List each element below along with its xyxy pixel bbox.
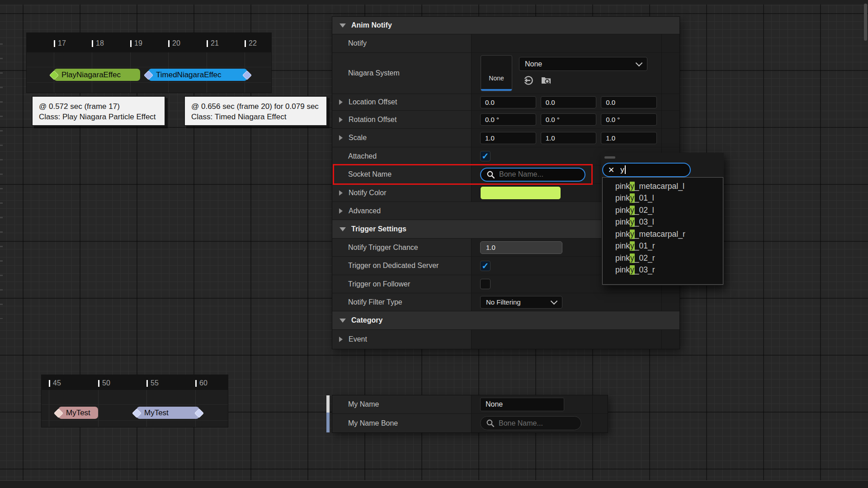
rotation-offset-pitch-input[interactable]: 0.0 ° (541, 113, 597, 126)
notify-duration-diamond-icon[interactable] (242, 70, 252, 80)
attached-checkbox[interactable]: ✓ (480, 151, 491, 161)
trigger-on-follower-checkbox[interactable]: ✓ (480, 279, 491, 289)
bone-name-placeholder: Bone Name... (499, 419, 543, 427)
notify-track-top[interactable]: 17 18 19 20 21 22 PlayNiagaraEffec Timed… (27, 33, 271, 93)
notify-tag-play-niagara-effect[interactable]: PlayNiagaraEffec (54, 69, 140, 81)
my-name-bone-search-input[interactable]: Bone Name... (480, 416, 581, 430)
notify-tag-timed-niagara-effect[interactable]: TimedNiagaraEffec (148, 69, 247, 81)
socket-name-search-input[interactable]: Bone Name... (480, 168, 585, 182)
bone-search-input[interactable]: ✕ y (602, 163, 691, 177)
property-label: Notify Filter Type (348, 298, 402, 306)
scale-x-input[interactable]: 1.0 (480, 132, 536, 144)
notify-color-swatch[interactable] (480, 186, 561, 200)
row-gutter (661, 94, 679, 110)
section-header-anim-notify[interactable]: Anim Notify (332, 17, 679, 34)
popup-grip[interactable] (604, 156, 615, 159)
section-title: Anim Notify (351, 21, 392, 29)
property-label: Event (349, 335, 367, 343)
clear-search-icon[interactable]: ✕ (608, 166, 614, 174)
browse-to-asset-icon[interactable] (541, 75, 552, 86)
expander-icon[interactable] (339, 117, 343, 122)
bone-picker-popup: ✕ y pinky_metacarpal_l pinky_01_l pinky_… (601, 153, 724, 286)
bottom-edge-band (0, 480, 868, 488)
trigger-on-dedicated-server-checkbox[interactable]: ✓ (480, 261, 491, 271)
notify-diamond-icon[interactable] (54, 408, 63, 418)
rotation-offset-yaw-input[interactable]: 0.0 ° (601, 113, 657, 126)
notify-filter-type-dropdown[interactable]: No Filtering (480, 296, 562, 309)
anim-graph-background: 17 18 19 20 21 22 PlayNiagaraEffec Timed… (0, 0, 868, 488)
tick-mark (168, 40, 170, 47)
property-label: Niagara System (348, 69, 400, 77)
property-label: Advanced (349, 207, 381, 215)
expander-icon[interactable] (339, 135, 343, 141)
scroll-thumb[interactable] (326, 395, 330, 413)
notify-state-tag-mytest[interactable]: MyTest (137, 407, 199, 419)
bone-list-item[interactable]: pinky_03_r (603, 264, 723, 277)
niagara-system-dropdown[interactable]: None (519, 57, 647, 71)
expander-icon[interactable] (339, 208, 343, 214)
notify-tag-mytest[interactable]: MyTest (58, 407, 98, 419)
asset-color-bar (481, 89, 512, 91)
property-label: Rotation Offset (349, 116, 396, 124)
tick-label: 17 (58, 39, 66, 47)
panel-scroll-indicator[interactable] (326, 395, 330, 432)
location-offset-y-input[interactable]: 0.0 (541, 96, 597, 108)
tick-label: 18 (96, 39, 104, 47)
notify-diamond-icon[interactable] (49, 70, 59, 80)
scale-z-input[interactable]: 1.0 (601, 132, 657, 144)
expander-icon[interactable] (339, 99, 343, 105)
row-gutter (661, 129, 679, 147)
row-my-name: My Name None (332, 395, 608, 414)
match-highlight: y (630, 253, 635, 263)
row-gutter (661, 330, 679, 349)
notify-diamond-icon[interactable] (144, 70, 153, 80)
track-divider (42, 420, 228, 421)
match-highlight: y (630, 265, 635, 275)
ruler-tick: 45 (49, 379, 61, 387)
right-scrollbar[interactable] (864, 4, 867, 41)
tick-mark (98, 380, 99, 387)
tick-label: 45 (53, 379, 61, 387)
ruler-tick: 17 (54, 39, 66, 47)
tick-label: 22 (249, 39, 257, 47)
notify-diamond-icon[interactable] (132, 408, 142, 418)
section-header-category[interactable]: Category (332, 311, 679, 330)
tick-mark (49, 380, 50, 387)
asset-thumbnail[interactable]: None (481, 55, 512, 91)
tick-mark (130, 40, 132, 47)
collapse-arrow-icon[interactable] (340, 227, 346, 231)
row-niagara-system: Niagara System None None (332, 53, 679, 94)
notify-tooltip-timed: @ 0.656 sec (frame 20) for 0.079 sec Cla… (184, 96, 327, 126)
row-gutter (661, 111, 679, 128)
row-notify: Notify (332, 34, 679, 53)
ruler-tick: 22 (245, 39, 257, 47)
bone-list-item[interactable]: pinky_02_l (603, 204, 723, 216)
notify-duration-diamond-icon[interactable] (194, 408, 204, 418)
scale-y-input[interactable]: 1.0 (541, 132, 597, 144)
notify-track-bottom[interactable]: 45 50 55 60 MyTest MyTest (42, 375, 228, 427)
property-label: Location Offset (349, 98, 397, 106)
location-offset-z-input[interactable]: 0.0 (601, 96, 657, 108)
bone-list-item[interactable]: pinky_metacarpal_l (603, 180, 723, 192)
frame-ruler[interactable]: 45 50 55 60 (42, 375, 228, 390)
frame-ruler[interactable]: 17 18 19 20 21 22 (27, 33, 271, 52)
collapse-arrow-icon[interactable] (340, 319, 346, 323)
bone-list-item[interactable]: pinky_01_r (603, 240, 723, 253)
expander-icon[interactable] (339, 190, 343, 196)
bone-list-item[interactable]: pinky_metacarpal_r (603, 228, 723, 240)
expander-icon[interactable] (339, 337, 343, 342)
tick-mark (207, 40, 208, 47)
notify-trigger-chance-input[interactable]: 1.0 (480, 241, 562, 254)
bone-list[interactable]: pinky_metacarpal_l pinky_01_l pinky_02_l… (602, 177, 723, 285)
bone-list-item[interactable]: pinky_03_l (603, 216, 723, 229)
bone-list-item[interactable]: pinky_02_r (603, 252, 723, 264)
location-offset-x-input[interactable]: 0.0 (480, 96, 536, 108)
scroll-accent (326, 413, 330, 432)
use-selected-asset-icon[interactable] (523, 75, 534, 86)
my-name-input[interactable]: None (480, 398, 564, 411)
row-event: Event (332, 330, 679, 349)
tick-label: 20 (172, 39, 180, 47)
collapse-arrow-icon[interactable] (340, 23, 346, 28)
bone-list-item[interactable]: pinky_01_l (603, 192, 723, 205)
rotation-offset-roll-input[interactable]: 0.0 ° (480, 113, 536, 126)
